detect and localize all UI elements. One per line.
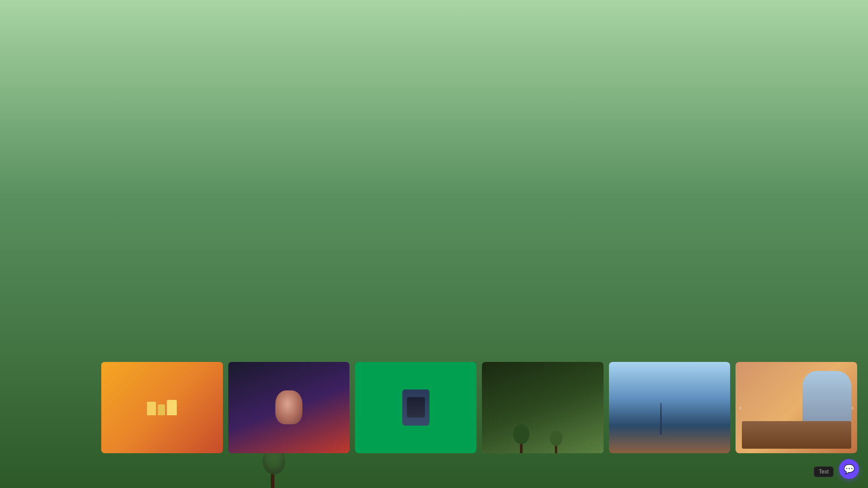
chat-button[interactable]: 💬: [839, 459, 859, 479]
at1-bg: [101, 362, 223, 453]
at6-ground: [742, 421, 851, 448]
at1-content: [147, 400, 177, 415]
at4-crown2: [550, 431, 562, 446]
popular-tools-grid: Gen-1: Video to Video Use words and imag…: [101, 186, 857, 325]
text-label: Text: [814, 466, 834, 477]
at6-bg: ‹ ›: [736, 362, 857, 453]
at1-d1: [147, 402, 156, 415]
infinite-content: [559, 186, 705, 295]
at3-helmet: [407, 397, 425, 418]
at4-tree2: [549, 432, 563, 453]
at1-d3: [167, 400, 177, 415]
at2-face: [275, 390, 302, 424]
tool-card-infinite[interactable]: Infinite Image Expand an existing image …: [559, 186, 705, 325]
all-tool-card-1[interactable]: [101, 362, 223, 453]
page-body: AI Magic Tools POPULAR TOOLS G: [90, 153, 868, 471]
at6-prev-arrow[interactable]: ‹: [739, 404, 741, 411]
tree-crown: [757, 255, 780, 282]
tool-thumb-infinite: [559, 186, 705, 295]
at5-tower: [660, 403, 662, 435]
at4-crown1: [513, 424, 529, 444]
at1-d2: [158, 404, 165, 415]
at6-rock-shape: [802, 371, 851, 421]
at4-bg: [482, 362, 604, 453]
all-tool-card-6[interactable]: ‹ ›: [736, 362, 857, 453]
at2-bg: [228, 362, 350, 453]
at5-bg: [609, 362, 731, 453]
main-content: 🔍 ? S AI Magic Tools POPULAR TOO: [90, 34, 868, 488]
tree-main: [755, 259, 783, 296]
at3-suit: [402, 389, 429, 426]
all-tool-card-3[interactable]: [355, 362, 476, 453]
t2i-bg: [710, 185, 859, 296]
at3-bg: [355, 362, 476, 453]
all-tool-card-5[interactable]: [609, 362, 731, 453]
all-tool-card-2[interactable]: [228, 362, 350, 453]
tool-thumb-t2i: [710, 185, 859, 296]
at6-next-arrow[interactable]: ›: [851, 404, 854, 411]
all-tool-card-4[interactable]: [482, 362, 604, 453]
app-container: runway S Stefan 1 member ⇅ + Invite Memb…: [0, 34, 868, 488]
at4-tree1: [512, 426, 530, 453]
